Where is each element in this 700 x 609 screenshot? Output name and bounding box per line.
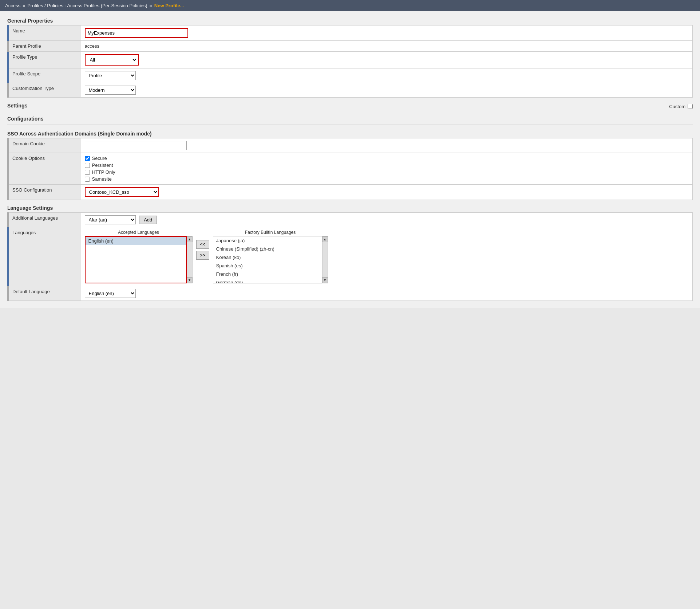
factory-scroll-down[interactable]: ▼ xyxy=(322,277,328,283)
accepted-languages-panel: Accepted Languages English (en) ▲ ▼ xyxy=(85,230,193,283)
cookie-options-value-cell: SecurePersistentHTTP OnlySamesite xyxy=(81,153,693,185)
accepted-scroll-up[interactable]: ▲ xyxy=(187,236,193,242)
factory-lang-item[interactable]: French (fr) xyxy=(213,270,322,278)
move-left-button[interactable]: << xyxy=(196,240,209,249)
accepted-scrollbar: ▲ ▼ xyxy=(187,236,193,283)
languages-label: Languages xyxy=(8,227,81,286)
factory-builtin-title: Factory BuiltIn Languages xyxy=(213,230,328,235)
custom-checkbox[interactable] xyxy=(688,104,693,109)
default-language-value-cell: English (en)Japanese (ja)French (fr) xyxy=(81,286,693,301)
parent-profile-value: access xyxy=(81,41,693,52)
factory-lang-item[interactable]: Spanish (es) xyxy=(213,262,322,270)
sso-table: Domain Cookie Cookie Options SecurePersi… xyxy=(7,138,693,200)
cookie-option-label-1: Persistent xyxy=(92,162,113,168)
general-properties-table: Name Parent Profile access Profile Type … xyxy=(7,25,693,98)
name-highlight xyxy=(85,28,188,38)
configurations-title: Configurations xyxy=(7,116,693,122)
domain-cookie-value-cell xyxy=(81,138,693,153)
move-right-button[interactable]: >> xyxy=(196,251,209,260)
profile-type-highlight: AllLTMSSL-VPNPortal Access xyxy=(85,54,139,66)
sso-config-select[interactable]: Contoso_KCD_ssoNone xyxy=(86,188,158,196)
sso-config-highlight: Contoso_KCD_ssoNone xyxy=(85,187,159,197)
cookie-option-checkbox-persistent[interactable] xyxy=(85,163,90,168)
languages-panels-cell: Accepted Languages English (en) ▲ ▼ xyxy=(81,227,693,286)
profile-scope-value-cell: ProfileGlobalNamed xyxy=(81,68,693,83)
domain-cookie-input[interactable] xyxy=(85,141,187,150)
accepted-scroll-down[interactable]: ▼ xyxy=(187,277,193,283)
sso-config-value-cell: Contoso_KCD_ssoNone xyxy=(81,185,693,200)
cookie-option-checkbox-http-only[interactable] xyxy=(85,170,90,175)
language-settings-title: Language Settings xyxy=(7,205,693,211)
factory-lang-item[interactable]: Korean (ko) xyxy=(213,253,322,262)
domain-cookie-row: Domain Cookie xyxy=(8,138,693,153)
custom-checkbox-group: Custom xyxy=(669,104,693,109)
topbar: Access » Profiles / Policies : Access Pr… xyxy=(0,0,700,11)
accepted-languages-listbox[interactable]: English (en) xyxy=(85,236,187,283)
cookie-option-item-1: Persistent xyxy=(85,162,689,168)
factory-lang-item[interactable]: Japanese (ja) xyxy=(213,236,322,245)
sso-config-label: SSO Configuration xyxy=(8,185,81,200)
cookie-option-checkbox-secure[interactable] xyxy=(85,156,90,161)
language-table: Additional Languages Afar (aa)Abkhazian … xyxy=(7,212,693,301)
customization-type-select[interactable]: ModernStandard xyxy=(85,86,136,95)
cookie-option-label-3: Samesite xyxy=(92,176,112,182)
languages-row: Languages Accepted Languages English (en… xyxy=(8,227,693,286)
factory-lang-item[interactable]: Chinese (Simplified) (zh-cn) xyxy=(213,245,322,253)
name-input[interactable] xyxy=(86,29,187,37)
access-link[interactable]: Access xyxy=(5,3,20,8)
default-language-row: Default Language English (en)Japanese (j… xyxy=(8,286,693,301)
accepted-lang-item[interactable]: English (en) xyxy=(86,237,186,245)
sso-config-row: SSO Configuration Contoso_KCD_ssoNone xyxy=(8,185,693,200)
profile-type-select[interactable]: AllLTMSSL-VPNPortal Access xyxy=(86,56,137,64)
additional-languages-row: Additional Languages Afar (aa)Abkhazian … xyxy=(8,213,693,227)
cookie-option-label-2: HTTP Only xyxy=(92,169,115,175)
customization-type-label: Customization Type xyxy=(8,83,81,98)
cookie-option-label-0: Secure xyxy=(92,156,107,161)
factory-builtin-listbox[interactable]: Japanese (ja)Chinese (Simplified) (zh-cn… xyxy=(213,236,322,283)
factory-builtin-panel: Factory BuiltIn Languages Japanese (ja)C… xyxy=(213,230,328,283)
languages-container: Accepted Languages English (en) ▲ ▼ xyxy=(85,230,689,283)
factory-scrollbar: ▲ ▼ xyxy=(322,236,328,283)
customization-type-row: Customization Type ModernStandard xyxy=(8,83,693,98)
additional-languages-label: Additional Languages xyxy=(8,213,81,227)
default-language-label: Default Language xyxy=(8,286,81,301)
settings-title: Settings xyxy=(7,103,27,109)
accepted-languages-title: Accepted Languages xyxy=(85,230,193,235)
cookie-options-group: SecurePersistentHTTP OnlySamesite xyxy=(85,156,689,182)
accepted-lang-with-scroll: English (en) ▲ ▼ xyxy=(85,236,193,283)
lang-arrows: << >> xyxy=(196,230,209,260)
profile-scope-row: Profile Scope ProfileGlobalNamed xyxy=(8,68,693,83)
additional-languages-select[interactable]: Afar (aa)Abkhazian (ab)Afrikaans (af) xyxy=(85,215,136,224)
name-row: Name xyxy=(8,25,693,41)
custom-label: Custom xyxy=(669,104,685,109)
domain-cookie-label: Domain Cookie xyxy=(8,138,81,153)
name-label: Name xyxy=(8,25,81,41)
cookie-option-checkbox-samesite[interactable] xyxy=(85,177,90,182)
factory-scroll-up[interactable]: ▲ xyxy=(322,236,328,242)
customization-type-value-cell: ModernStandard xyxy=(81,83,693,98)
profile-type-label: Profile Type xyxy=(8,52,81,68)
parent-profile-row: Parent Profile access xyxy=(8,41,693,52)
sep1: » xyxy=(23,3,25,8)
cookie-options-row: Cookie Options SecurePersistentHTTP Only… xyxy=(8,153,693,185)
new-profile-label: New Profile... xyxy=(154,3,184,8)
general-properties-title: General Properties xyxy=(7,18,693,24)
add-language-button[interactable]: Add xyxy=(139,216,157,224)
factory-lang-item[interactable]: German (de) xyxy=(213,278,322,283)
main-content: General Properties Name Parent Profile a… xyxy=(0,11,700,308)
profile-scope-select[interactable]: ProfileGlobalNamed xyxy=(85,71,136,80)
sso-section-title: SSO Across Authentication Domains (Singl… xyxy=(7,131,693,137)
divider1 xyxy=(7,125,693,125)
factory-lang-with-scroll: Japanese (ja)Chinese (Simplified) (zh-cn… xyxy=(213,236,328,283)
sep2: » xyxy=(150,3,152,8)
default-language-select[interactable]: English (en)Japanese (ja)French (fr) xyxy=(85,289,136,298)
cookie-option-item-3: Samesite xyxy=(85,176,689,182)
additional-languages-value-cell: Afar (aa)Abkhazian (ab)Afrikaans (af) Ad… xyxy=(81,213,693,227)
cookie-option-item-0: Secure xyxy=(85,156,689,161)
name-value-cell xyxy=(81,25,693,41)
cookie-option-item-2: HTTP Only xyxy=(85,169,689,175)
profile-type-value-cell: AllLTMSSL-VPNPortal Access xyxy=(81,52,693,68)
profiles-label: Profiles / Policies : Access Profiles (P… xyxy=(27,3,147,8)
profile-scope-label: Profile Scope xyxy=(8,68,81,83)
parent-profile-label: Parent Profile xyxy=(8,41,81,52)
